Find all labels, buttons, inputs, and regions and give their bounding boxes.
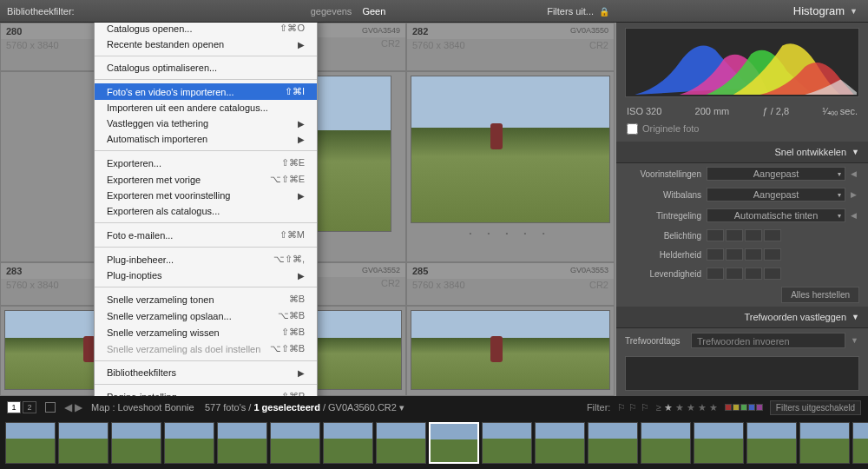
chevron-left-icon[interactable]: ◀ — [851, 169, 859, 178]
chevron-down-icon[interactable]: ▼ — [851, 336, 859, 345]
filmstrip-thumbnail[interactable] — [641, 422, 691, 464]
histogram-panel-title[interactable]: Histogram — [793, 4, 845, 17]
filters-preset[interactable]: Filters uit... — [547, 6, 594, 17]
tone-label: Tintregeling — [625, 211, 701, 221]
filmstrip-thumbnail[interactable] — [746, 422, 797, 464]
grid-cell[interactable] — [0, 71, 95, 262]
quick-develop-title[interactable]: Snel ontwikkelen▼ — [616, 142, 868, 163]
grid-cell[interactable]: 283 5760 x 3840 — [0, 262, 95, 306]
filmstrip-thumbnail[interactable] — [376, 422, 426, 464]
grid-cell[interactable] — [406, 306, 615, 396]
wb-select[interactable]: Aangepast — [707, 188, 845, 201]
filmstrip-thumbnail[interactable] — [217, 422, 267, 464]
step-button[interactable] — [745, 268, 762, 280]
filmstrip-thumbnail[interactable] — [164, 422, 214, 464]
step-button[interactable] — [707, 248, 724, 261]
reset-all-button[interactable]: Alles herstellen — [781, 287, 859, 303]
filter-preset-select[interactable]: Filters uitgeschakeld — [770, 400, 861, 415]
filmstrip-thumbnail[interactable] — [799, 422, 850, 464]
step-button[interactable] — [726, 229, 743, 241]
filmstrip-thumbnail[interactable] — [323, 422, 373, 464]
menu-item[interactable]: Exporteren met voorinstelling▶ — [95, 188, 317, 203]
filmstrip-thumbnail[interactable] — [58, 422, 108, 464]
menu-item[interactable]: Catalogus optimaliseren... — [95, 60, 317, 76]
step-button[interactable] — [745, 248, 762, 261]
keywords-title[interactable]: Trefwoorden vastleggen▼ — [616, 307, 868, 328]
menu-item-label: Plug-inopties — [107, 270, 162, 281]
step-button[interactable] — [726, 248, 743, 261]
filmstrip-thumbnail[interactable] — [5, 422, 56, 464]
menu-item[interactable]: Bibliotheekfilters▶ — [95, 365, 317, 380]
grid-view-icon[interactable] — [45, 402, 56, 413]
lock-icon[interactable] — [599, 6, 608, 17]
color-chip[interactable] — [740, 404, 747, 411]
menu-item[interactable]: Catalogus openen...⇧⌘O — [95, 23, 317, 36]
histogram[interactable] — [625, 28, 859, 97]
rating-filter[interactable]: ≥ ★ ★ ★ ★ ★ — [656, 402, 718, 413]
flag-filter-icon[interactable]: ⚐ ⚐ ⚐ — [617, 402, 648, 413]
color-chip[interactable] — [733, 404, 740, 411]
step-button[interactable] — [764, 248, 781, 261]
menu-item[interactable]: Recente bestanden openen▶ — [95, 36, 317, 52]
menu-item[interactable]: Automatisch importeren▶ — [95, 131, 317, 147]
menu-item-label: Plug-inbeheer... — [107, 254, 174, 265]
step-button[interactable] — [745, 229, 762, 241]
metadata-tab[interactable]: gegevens — [311, 6, 352, 17]
chevron-left-icon[interactable]: ◀ — [851, 211, 859, 220]
breadcrumb[interactable]: Map : Loveshoot Bonnie 577 foto's / 1 ge… — [91, 402, 404, 413]
menu-item[interactable]: Exporteren...⇧⌘E — [95, 155, 317, 171]
tone-button[interactable]: Automatische tinten — [707, 208, 845, 222]
nav-back-icon[interactable]: ◀ — [64, 401, 72, 413]
rating-dots[interactable]: • • • • • — [407, 227, 614, 240]
grid-cell[interactable]: • • • • • — [406, 71, 615, 262]
filter-none[interactable]: Geen — [362, 6, 385, 17]
chevron-down-icon[interactable]: ▼ — [850, 7, 858, 16]
color-chip[interactable] — [725, 404, 732, 411]
keyword-textarea[interactable] — [625, 356, 859, 391]
menu-item[interactable]: Snelle verzameling wissen⇧⌘B — [95, 324, 317, 340]
step-button[interactable] — [764, 268, 781, 280]
menu-item[interactable]: Exporteren met vorige⌥⇧⌘E — [95, 171, 317, 188]
menu-item[interactable]: Exporteren als catalogus... — [95, 203, 317, 219]
step-button[interactable] — [707, 229, 724, 241]
color-label-filter[interactable] — [725, 404, 763, 411]
page-1[interactable]: 1 — [7, 401, 21, 413]
menu-item[interactable]: Plug-inbeheer...⌥⇧⌘, — [95, 251, 317, 268]
menu-item[interactable]: Snelle verzameling opslaan...⌥⌘B — [95, 307, 317, 324]
nav-forward-icon[interactable]: ▶ — [75, 401, 82, 413]
menu-separator — [95, 150, 317, 151]
menu-item[interactable]: Foto e-mailen...⇧⌘M — [95, 227, 317, 243]
filmstrip-thumbnail[interactable] — [588, 422, 638, 464]
photo-thumbnail[interactable] — [411, 76, 610, 223]
filmstrip-thumbnail[interactable] — [111, 422, 161, 464]
menu-item[interactable]: Foto's en video's importeren...⇧⌘I — [95, 83, 317, 100]
menu-item[interactable]: Importeren uit een andere catalogus... — [95, 100, 317, 116]
menu-item[interactable]: Plug-inopties▶ — [95, 268, 317, 283]
original-photo-checkbox[interactable] — [627, 123, 638, 135]
step-button[interactable] — [726, 268, 743, 280]
color-chip[interactable] — [756, 404, 763, 411]
filmstrip-thumbnail[interactable] — [694, 422, 744, 464]
menu-shortcut: ⌥⇧⌘B — [270, 343, 305, 354]
keyword-mode-select[interactable]: Trefwoorden invoeren — [691, 333, 845, 348]
chevron-right-icon[interactable]: ▶ — [851, 190, 859, 199]
page-2[interactable]: 2 — [23, 401, 36, 413]
photo-thumbnail[interactable] — [411, 310, 610, 390]
filmstrip-thumbnail[interactable] — [482, 422, 532, 464]
grid-cell[interactable]: 282GV0A3550 5760 x 3840CR2 — [406, 23, 615, 71]
filmstrip-thumbnail[interactable] — [852, 422, 868, 464]
menu-item[interactable]: Snelle verzameling tonen⌘B — [95, 291, 317, 307]
menu-item-label: Exporteren met voorinstelling — [107, 190, 230, 201]
original-photo-label: Originele foto — [642, 123, 699, 135]
color-chip[interactable] — [748, 404, 755, 411]
preset-select[interactable]: Aangepast — [707, 167, 845, 181]
filmstrip-thumbnail[interactable] — [270, 422, 320, 464]
menu-item[interactable]: Pagina-instelling...⇧⌘P — [95, 388, 317, 396]
grid-cell[interactable]: 285GV0A3553 5760 x 3840CR2 — [406, 262, 615, 306]
filmstrip-thumbnail[interactable] — [535, 422, 585, 464]
step-button[interactable] — [764, 229, 781, 241]
menu-item[interactable]: Vastleggen via tethering▶ — [95, 116, 317, 131]
filmstrip-thumbnail[interactable] — [429, 422, 479, 464]
step-button[interactable] — [707, 268, 724, 280]
grid-cell[interactable]: 280 5760 x 3840 — [0, 23, 95, 71]
